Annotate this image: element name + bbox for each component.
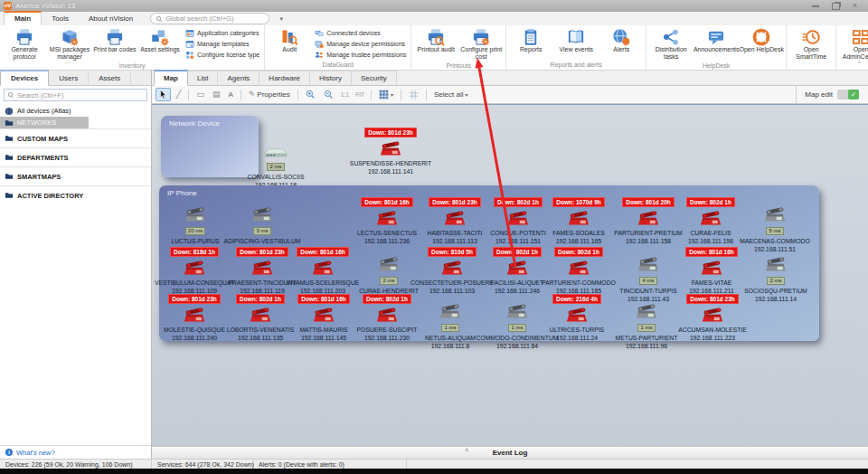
- ribbon-item-announcements[interactable]: Announcements: [693, 26, 739, 54]
- tree-item-label: ACTIVE DIRECTORY: [17, 192, 83, 200]
- map-device-accumsan-molestie[interactable]: Down: 801d 23hACCUMSAN-MOLESTIE192.168.1…: [658, 292, 767, 342]
- status-devices-text: Devices: 226 (59 Ok, 20 Warning, 106 Dow…: [5, 461, 133, 468]
- rectangle-tool-button[interactable]: ▭: [193, 88, 207, 101]
- map-device-adipiscing-vestibulum[interactable]: 3 msADIPISCING-VESTIBULUM192.168.111.69: [208, 195, 316, 253]
- line-tool-button[interactable]: ╱: [174, 88, 184, 101]
- event-log-header[interactable]: ∧ Event Log: [152, 446, 868, 459]
- map-edit-toggle[interactable]: ✓: [837, 90, 859, 100]
- device-name: SUSPENDISSE-HENDRERIT: [336, 159, 445, 167]
- ribbon-item-msi-packages-manager[interactable]: MSI packages manager: [47, 26, 92, 62]
- ribbon-item-audit[interactable]: Audit: [267, 26, 312, 54]
- close-button[interactable]: ×: [853, 2, 857, 10]
- sidebar-search-input[interactable]: Search (Ctrl+F): [4, 89, 147, 101]
- ribbon-item-configure-print-cost[interactable]: Configure print cost: [458, 26, 504, 62]
- menu-tab-tools[interactable]: Tools: [42, 13, 79, 25]
- sidebar: DevicesUsersAssets Search (Ctrl+F) All d…: [0, 71, 152, 459]
- tree-item-smartmaps[interactable]: SMARTMAPS: [0, 166, 151, 185]
- content-tab-hardware[interactable]: Hardware: [259, 71, 310, 85]
- ribbon-item-label: Configure print cost: [458, 46, 504, 61]
- ribbon-item-manage-device-permissions[interactable]: Manage device permissions: [312, 39, 409, 49]
- zoom-out-button[interactable]: [321, 88, 336, 101]
- map-canvas[interactable]: Network Device2 msCONVALLIS-SOCIIS192.16…: [152, 104, 868, 446]
- sidebar-tab-users[interactable]: Users: [49, 71, 89, 85]
- device-name: ADIPISCING-VESTIBULUM: [208, 237, 316, 245]
- content-tab-list[interactable]: List: [188, 71, 218, 85]
- quick-access-dropdown-icon[interactable]: ▼: [278, 16, 284, 22]
- collapse-ribbon-button[interactable]: ^: [858, 60, 861, 67]
- map-device-maecenas-commodo[interactable]: 5 msMAECENAS-COMMODO192.168.111.51: [721, 195, 829, 253]
- image-tool-button[interactable]: ▤: [210, 88, 223, 101]
- zoom-100-button[interactable]: 1:1: [339, 91, 351, 98]
- content-tab-map[interactable]: Map: [154, 70, 188, 86]
- ribbon-item-generate-protocol[interactable]: Generate protocol: [2, 26, 47, 62]
- content-tab-history[interactable]: History: [310, 71, 352, 85]
- ribbon-group-label: [788, 62, 834, 70]
- device-ip: 192.168.111.223: [658, 334, 767, 342]
- menubar: MainToolsAbout nVision Global search (Ct…: [0, 12, 868, 25]
- app-icon: nV: [4, 2, 12, 10]
- taskbar: [0, 469, 868, 474]
- ribbon-item-distribution-tasks[interactable]: Distribution tasks: [648, 26, 693, 62]
- snap-grid-button[interactable]: [406, 88, 421, 101]
- tree-item-active-directory[interactable]: ACTIVE DIRECTORY: [0, 185, 151, 204]
- ribbon-item-configure-license-type[interactable]: Configure license type: [183, 50, 262, 60]
- device-ip: 192.168.111.84: [463, 342, 571, 350]
- ribbon-item-printout-audit[interactable]: Printout audit: [413, 26, 458, 54]
- toolbar-separator: [188, 90, 189, 100]
- tree-item-networks[interactable]: NETWORKS: [0, 117, 89, 128]
- ribbon-item-open-admincenter[interactable]: Open AdminCenter: [838, 26, 868, 62]
- printer-gear-icon: [472, 27, 490, 46]
- menu-tab-about-nvision[interactable]: About nVision: [79, 13, 143, 25]
- menu-tab-main[interactable]: Main: [4, 11, 42, 25]
- tree-item-label: CUSTOM MAPS: [17, 135, 68, 143]
- content-area: MapListAgentsHardwareHistorySecurity ╱ ▭…: [152, 71, 868, 459]
- ribbon-item-open-helpdesk[interactable]: Open HelpDesk: [739, 26, 784, 54]
- minimize-button[interactable]: [812, 5, 819, 7]
- status-alerts-text: Alerts: 0 (Device with alerts: 0): [259, 461, 344, 468]
- ribbon-item-application-categories[interactable]: Application categories: [183, 28, 262, 38]
- tree-item-custom-maps[interactable]: CUSTOM MAPS: [0, 128, 151, 147]
- sidebar-tab-devices[interactable]: Devices: [0, 70, 49, 86]
- ribbon-item-asset-settings[interactable]: Asset settings: [137, 26, 183, 54]
- ribbon-item-view-events[interactable]: View events: [553, 26, 599, 54]
- ribbon-item-manage-trustee-permissions[interactable]: Manage trustee permissions: [312, 50, 409, 60]
- ribbon-group-label: HelpDesk: [648, 62, 784, 71]
- ribbon-item-open-smarttime[interactable]: Open SmartTime: [788, 26, 834, 62]
- map-toolbar: ╱ ▭ ▤ A ✎ Properties 1:1 FIT ▾ Select al…: [152, 86, 868, 104]
- tree-item-all-devices-atlas[interactable]: All devices (Atlas): [0, 105, 151, 117]
- sidebar-tab-assets[interactable]: Assets: [89, 71, 131, 85]
- package-icon: [61, 27, 79, 46]
- monitor-lock-icon: [315, 40, 324, 49]
- device-ip: 192.168.111.141: [336, 167, 445, 175]
- ribbon-item-alerts[interactable]: Alerts: [599, 26, 644, 54]
- latency-badge: 5 ms: [766, 227, 783, 235]
- tree-item-label: All devices (Atlas): [17, 107, 71, 115]
- ribbon-item-manage-templates[interactable]: Manage templates: [183, 39, 262, 49]
- ribbon-item-label: Print bar codes: [93, 46, 136, 53]
- titlebar: nV Axence nVision 13 ×: [0, 0, 868, 12]
- map-device-suspendisse-hendrerit[interactable]: Down: 801d 23hSUSPENDISSE-HENDRERIT192.1…: [336, 126, 445, 175]
- select-all-label: Select all: [434, 90, 463, 99]
- zoom-in-button[interactable]: [303, 88, 318, 101]
- map-device-convallis-sociis[interactable]: 2 msCONVALLIS-SOCIIS192.168.111.18: [222, 131, 330, 189]
- status-services-text: Services: 644 (278 Ok, 342 Down): [157, 461, 254, 468]
- whats-new-link[interactable]: i What's new?: [0, 445, 151, 459]
- global-search-input[interactable]: Global search (Ctrl+G): [150, 13, 269, 24]
- tree-item-departments[interactable]: DEPARTMENTS: [0, 147, 151, 166]
- event-log-expand-handle[interactable]: ∧: [465, 448, 468, 452]
- text-tool-button[interactable]: A: [225, 88, 235, 101]
- maximize-button[interactable]: [832, 3, 840, 10]
- ribbon-item-label: Open HelpDesk: [739, 46, 783, 53]
- ribbon-item-label: Announcements: [693, 46, 740, 53]
- properties-button[interactable]: ✎ Properties: [246, 88, 293, 101]
- content-tab-security[interactable]: Security: [352, 71, 397, 85]
- ribbon-item-print-bar-codes[interactable]: Print bar codes: [92, 26, 137, 54]
- select-all-dropdown[interactable]: Select all ▾: [431, 89, 470, 100]
- ribbon-item-connected-devices[interactable]: Connected devices: [312, 28, 409, 38]
- select-tool-button[interactable]: [156, 88, 171, 101]
- ribbon-item-reports[interactable]: Reports: [508, 26, 553, 54]
- search-icon: [7, 91, 14, 99]
- fit-button[interactable]: FIT: [354, 91, 366, 98]
- layout-grid-button[interactable]: ▾: [376, 88, 396, 101]
- content-tab-agents[interactable]: Agents: [218, 71, 259, 85]
